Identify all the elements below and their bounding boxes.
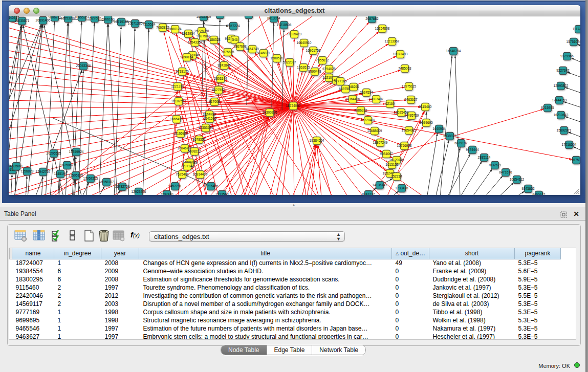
svg-text:19218506: 19218506 bbox=[277, 23, 292, 27]
svg-text:9463627: 9463627 bbox=[404, 98, 418, 101]
svg-text:8990448: 8990448 bbox=[308, 70, 321, 73]
svg-text:8912954: 8912954 bbox=[182, 32, 195, 35]
svg-text:7485063: 7485063 bbox=[398, 67, 411, 70]
svg-text:6794028: 6794028 bbox=[322, 67, 336, 71]
svg-text:9890164: 9890164 bbox=[180, 55, 193, 59]
svg-text:4535061: 4535061 bbox=[10, 164, 23, 168]
svg-text:9777169: 9777169 bbox=[334, 79, 347, 83]
svg-text:10654112: 10654112 bbox=[510, 178, 525, 181]
svg-text:9084067: 9084067 bbox=[380, 152, 393, 156]
svg-text:1641592: 1641592 bbox=[203, 117, 216, 120]
svg-text:10973493: 10973493 bbox=[393, 52, 408, 56]
svg-text:7297410: 7297410 bbox=[160, 192, 173, 195]
svg-text:9975867: 9975867 bbox=[60, 163, 74, 167]
svg-text:2718170: 2718170 bbox=[176, 70, 189, 73]
svg-text:7632621: 7632621 bbox=[488, 163, 502, 167]
svg-text:1527602: 1527602 bbox=[88, 16, 101, 20]
svg-text:10671385: 10671385 bbox=[128, 21, 143, 25]
svg-text:12942757: 12942757 bbox=[36, 170, 51, 173]
svg-text:1156829: 1156829 bbox=[21, 169, 34, 173]
svg-text:546: 546 bbox=[232, 38, 238, 41]
svg-text:1221338: 1221338 bbox=[171, 84, 184, 88]
svg-text:15692971: 15692971 bbox=[557, 128, 572, 132]
svg-text:9450612: 9450612 bbox=[532, 193, 546, 195]
svg-text:14035571: 14035571 bbox=[15, 19, 30, 23]
svg-text:9474444: 9474444 bbox=[466, 148, 479, 151]
svg-text:2213563: 2213563 bbox=[215, 192, 229, 195]
svg-text:10719185: 10719185 bbox=[114, 20, 129, 24]
svg-text:16961758: 16961758 bbox=[306, 49, 321, 52]
svg-text:17359924: 17359924 bbox=[69, 150, 84, 154]
svg-text:15720407: 15720407 bbox=[361, 118, 376, 122]
svg-text:9146821: 9146821 bbox=[257, 51, 270, 55]
svg-text:16154808: 16154808 bbox=[375, 27, 390, 30]
svg-text:10756928: 10756928 bbox=[397, 144, 412, 147]
svg-text:16210643: 16210643 bbox=[554, 113, 569, 117]
svg-text:3675685: 3675685 bbox=[221, 50, 234, 54]
svg-text:1145194: 1145194 bbox=[54, 172, 67, 176]
svg-text:20206535: 20206535 bbox=[47, 151, 61, 155]
svg-text:1615152: 1615152 bbox=[385, 163, 399, 166]
svg-text:1733426: 1733426 bbox=[395, 186, 408, 190]
svg-text:10025458: 10025458 bbox=[394, 111, 409, 114]
svg-text:9227342: 9227342 bbox=[556, 69, 570, 72]
svg-text:1640954: 1640954 bbox=[432, 127, 446, 130]
svg-text:9129966: 9129966 bbox=[560, 54, 574, 58]
svg-text:8186328: 8186328 bbox=[207, 38, 221, 41]
svg-text:12093822: 12093822 bbox=[554, 84, 569, 87]
svg-text:10688609: 10688609 bbox=[367, 129, 382, 133]
svg-text:8660124: 8660124 bbox=[168, 27, 182, 31]
svg-text:917006: 917006 bbox=[209, 100, 220, 103]
svg-text:16553287: 16553287 bbox=[61, 16, 76, 20]
svg-text:1588520: 1588520 bbox=[270, 56, 284, 60]
svg-text:9457791: 9457791 bbox=[168, 184, 182, 188]
svg-text:7625402: 7625402 bbox=[176, 172, 189, 176]
svg-text:18724007: 18724007 bbox=[286, 104, 301, 107]
svg-text:19654923: 19654923 bbox=[402, 128, 417, 132]
svg-text:8215955: 8215955 bbox=[541, 106, 554, 110]
svg-text:7663822: 7663822 bbox=[156, 26, 169, 29]
svg-text:9699695: 9699695 bbox=[420, 121, 433, 124]
svg-text:1117453: 1117453 bbox=[573, 27, 580, 31]
svg-text:15751074: 15751074 bbox=[567, 40, 580, 43]
svg-text:8813054: 8813054 bbox=[267, 16, 280, 20]
svg-text:8678352: 8678352 bbox=[192, 138, 206, 141]
svg-text:10655267: 10655267 bbox=[75, 16, 90, 19]
svg-text:19384554: 19384554 bbox=[310, 139, 324, 142]
svg-text:3624554: 3624554 bbox=[360, 91, 373, 94]
svg-text:15716485: 15716485 bbox=[204, 184, 219, 188]
svg-text:8741237: 8741237 bbox=[362, 192, 375, 195]
svg-text:12213967: 12213967 bbox=[385, 39, 400, 43]
svg-text:18300295: 18300295 bbox=[263, 111, 277, 114]
svg-text:16107552: 16107552 bbox=[171, 99, 186, 103]
svg-text:7515524: 7515524 bbox=[142, 23, 156, 26]
svg-text:14495759: 14495759 bbox=[404, 114, 419, 117]
svg-text:7857224: 7857224 bbox=[227, 24, 240, 28]
svg-text:19166829: 19166829 bbox=[173, 132, 188, 135]
svg-text:7986322: 7986322 bbox=[354, 108, 367, 112]
svg-text:8427552: 8427552 bbox=[212, 88, 225, 92]
svg-text:6966160: 6966160 bbox=[101, 17, 115, 21]
svg-text:20691406: 20691406 bbox=[36, 18, 51, 22]
svg-text:20364436: 20364436 bbox=[345, 97, 360, 101]
svg-text:12444159: 12444159 bbox=[552, 98, 567, 102]
svg-text:9327503: 9327503 bbox=[197, 34, 210, 38]
svg-text:10958107: 10958107 bbox=[99, 180, 114, 184]
svg-text:12353594: 12353594 bbox=[199, 126, 213, 129]
svg-text:1665493: 1665493 bbox=[170, 117, 183, 121]
svg-text:10807487: 10807487 bbox=[369, 97, 384, 101]
svg-text:6879197: 6879197 bbox=[454, 141, 468, 145]
svg-text:16648794: 16648794 bbox=[446, 49, 461, 53]
svg-text:16033809: 16033809 bbox=[197, 16, 211, 18]
svg-text:7955812: 7955812 bbox=[316, 58, 329, 62]
svg-text:62160: 62160 bbox=[385, 102, 395, 105]
svg-text:16640910: 16640910 bbox=[297, 41, 312, 45]
svg-text:20053346: 20053346 bbox=[76, 64, 91, 68]
svg-text:14136141: 14136141 bbox=[373, 183, 387, 187]
svg-text:5322037: 5322037 bbox=[283, 60, 296, 64]
svg-text:12923446: 12923446 bbox=[132, 190, 146, 193]
svg-text:18807249: 18807249 bbox=[373, 141, 388, 144]
svg-text:746266: 746266 bbox=[348, 85, 359, 89]
svg-text:2803144: 2803144 bbox=[214, 77, 227, 80]
svg-text:8471676: 8471676 bbox=[499, 170, 512, 174]
